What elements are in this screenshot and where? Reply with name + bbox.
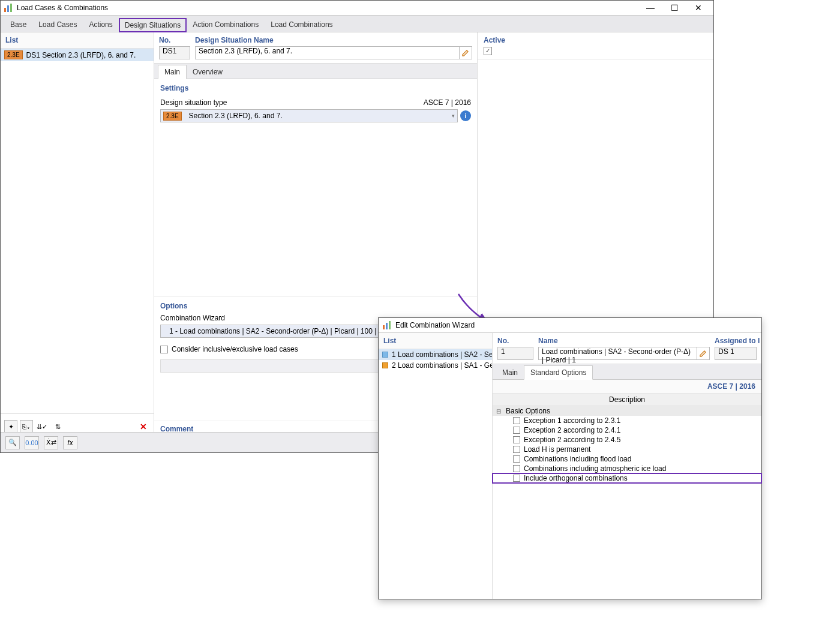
popup-name-field[interactable]: Load combinations | SA2 - Second-order (… — [538, 347, 697, 360]
sub-tabs: Main Overview — [154, 64, 477, 79]
tab-load-combinations[interactable]: Load Combinations — [265, 17, 338, 32]
popup-tab-standard-options[interactable]: Standard Options — [524, 365, 593, 380]
popup-titlebar: Edit Combination Wizard — [379, 318, 761, 333]
popup-assigned-label: Assigned to I — [715, 337, 757, 345]
titlebar: Load Cases & Combinations — ☐ ✕ — [1, 1, 713, 16]
popup-list-item-1[interactable]: 1 Load combinations | SA2 - Second-or — [379, 349, 492, 360]
minimize-button[interactable]: — — [638, 1, 662, 16]
maximize-button[interactable]: ☐ — [662, 1, 686, 16]
popup-name-edit-icon[interactable] — [697, 347, 710, 360]
edit-wizard-window: Edit Combination Wizard List 1 Load comb… — [378, 317, 762, 599]
name-label: Design Situation Name — [195, 36, 472, 44]
delete-button[interactable]: ✕ — [137, 420, 150, 433]
tree-option[interactable]: Include orthogonal combinations — [493, 473, 761, 483]
tab-load-cases[interactable]: Load Cases — [32, 17, 83, 32]
settings-title: Settings — [154, 79, 477, 95]
no-label: No. — [159, 36, 190, 44]
tree-options: Exception 1 according to 2.3.1Exception … — [493, 416, 761, 483]
option-checkbox[interactable] — [513, 446, 520, 453]
new-item-button[interactable]: ✦ — [4, 420, 17, 433]
list-header: List — [1, 32, 154, 49]
standard-text: ASCE 7 | 2016 — [424, 98, 471, 107]
design-type-value: Section 2.3 (LRFD), 6. and 7. — [189, 112, 283, 120]
group-label: Basic Options — [506, 407, 550, 415]
color-swatch-orange — [382, 362, 388, 368]
option-label: Load H is permanent — [524, 445, 590, 454]
popup-title: Edit Combination Wizard — [395, 321, 475, 329]
footer-fx-button[interactable]: fx — [63, 436, 77, 449]
tree-group-basic[interactable]: ⊟ Basic Options — [493, 406, 761, 416]
option-checkbox[interactable] — [513, 465, 520, 472]
tree-option[interactable]: Exception 1 according to 2.3.1 — [493, 416, 761, 425]
svg-rect-7 — [386, 323, 388, 329]
design-type-row: Design situation type ASCE 7 | 2016 — [160, 97, 471, 108]
popup-assigned-field[interactable]: DS 1 — [715, 347, 757, 360]
consider-checkbox[interactable] — [160, 346, 168, 353]
footer-search-button[interactable]: 🔍 — [5, 436, 20, 449]
popup-desc-header: Description — [493, 394, 761, 406]
popup-no-field[interactable]: 1 — [497, 347, 533, 360]
name-field[interactable]: Section 2.3 (LRFD), 6. and 7. — [195, 46, 460, 59]
item-text: DS1 Section 2.3 (LRFD), 6. and 7. — [26, 51, 136, 59]
svg-rect-6 — [383, 325, 385, 329]
list-item[interactable]: 2.3E DS1 Section 2.3 (LRFD), 6. and 7. — [1, 49, 154, 61]
sub-tab-main[interactable]: Main — [158, 65, 187, 79]
name-edit-icon[interactable] — [459, 46, 472, 59]
design-type-select-row: 2.3E Section 2.3 (LRFD), 6. and 7. ▾ i — [160, 109, 471, 122]
option-label: Combinations including atmospheric ice l… — [524, 464, 666, 473]
copy-button[interactable]: ⎘▾ — [20, 420, 33, 433]
option-checkbox[interactable] — [513, 475, 520, 482]
popup-header-row: No. 1 Name Load combinations | SA2 - Sec… — [493, 333, 761, 364]
consider-label: Consider inclusive/exclusive load cases — [172, 345, 298, 353]
active-checkbox[interactable]: ✓ — [484, 47, 492, 55]
window-title: Load Cases & Combinations — [17, 4, 638, 12]
popup-list-item-2[interactable]: 2 Load combinations | SA1 - Geometric — [379, 360, 492, 371]
design-type-select[interactable]: 2.3E Section 2.3 (LRFD), 6. and 7. ▾ — [160, 109, 458, 122]
svg-rect-8 — [389, 321, 391, 329]
option-label: Exception 1 according to 2.3.1 — [524, 416, 620, 425]
app-icon — [382, 320, 392, 330]
no-field[interactable]: DS1 — [159, 46, 190, 59]
tab-actions[interactable]: Actions — [83, 17, 118, 32]
active-section: Active ✓ — [478, 32, 713, 59]
popup-list-header: List — [379, 333, 492, 349]
no-column: No. DS1 — [159, 36, 190, 59]
option-checkbox[interactable] — [513, 417, 520, 424]
tree-option[interactable]: Exception 2 according to 2.4.1 — [493, 425, 761, 435]
wizard-value: 1 - Load combinations | SA2 - Second-ord… — [169, 327, 382, 335]
tree-option[interactable]: Combinations including flood load — [493, 454, 761, 464]
tab-design-situations[interactable]: Design Situations — [119, 18, 187, 32]
sub-tab-overview[interactable]: Overview — [187, 65, 229, 79]
option-checkbox[interactable] — [513, 427, 520, 434]
tree-option[interactable]: Exception 2 according to 2.4.5 — [493, 435, 761, 445]
tab-action-combinations[interactable]: Action Combinations — [187, 17, 265, 32]
footer-units-button[interactable]: 0.00 — [25, 436, 39, 449]
popup-tab-main[interactable]: Main — [496, 366, 524, 379]
option-label: Exception 2 according to 2.4.5 — [524, 436, 620, 444]
design-type-tag: 2.3E — [163, 112, 182, 121]
option-label: Combinations including flood load — [524, 455, 631, 463]
color-swatch-blue — [382, 352, 388, 358]
window-controls: — ☐ ✕ — [638, 1, 710, 16]
active-label: Active — [484, 36, 707, 44]
close-button[interactable]: ✕ — [686, 1, 710, 16]
svg-rect-1 — [7, 5, 9, 12]
detail-header: No. DS1 Design Situation Name Section 2.… — [154, 32, 477, 64]
sort-asc-button[interactable]: ⇊✓ — [35, 420, 49, 433]
option-checkbox[interactable] — [513, 436, 520, 443]
popup-content: List 1 Load combinations | SA2 - Second-… — [379, 333, 761, 599]
sort-desc-button[interactable]: ⇅ — [51, 420, 64, 433]
popup-name-label: Name — [538, 337, 710, 345]
popup-item-text: 1 Load combinations | SA2 - Second-or — [392, 350, 492, 359]
app-icon — [4, 3, 13, 13]
popup-standard-header: ASCE 7 | 2016 — [493, 380, 761, 394]
tab-base[interactable]: Base — [4, 17, 32, 32]
option-checkbox[interactable] — [513, 455, 520, 463]
info-icon[interactable]: i — [460, 110, 471, 121]
popup-subtabs: Main Standard Options — [493, 364, 761, 380]
footer-vars-button[interactable]: Ẋ⇄ — [44, 436, 58, 449]
settings-body: Design situation type ASCE 7 | 2016 2.3E… — [154, 95, 477, 128]
list-panel: List 2.3E DS1 Section 2.3 (LRFD), 6. and… — [1, 32, 154, 452]
tree-option[interactable]: Load H is permanent — [493, 445, 761, 454]
tree-option[interactable]: Combinations including atmospheric ice l… — [493, 464, 761, 473]
